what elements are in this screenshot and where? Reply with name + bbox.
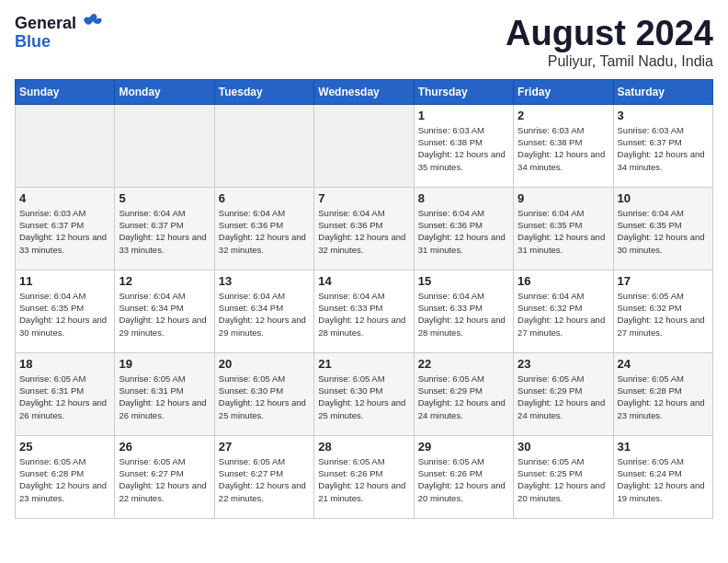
weekday-header-tuesday: Tuesday [214, 79, 313, 104]
day-number: 8 [418, 191, 509, 205]
calendar-cell: 21 Sunrise: 6:05 AMSunset: 6:30 PMDaylig… [314, 352, 414, 435]
day-info: Sunrise: 6:04 AMSunset: 6:36 PMDaylight:… [418, 207, 509, 256]
day-info: Sunrise: 6:04 AMSunset: 6:36 PMDaylight:… [219, 207, 310, 256]
day-number: 14 [318, 274, 409, 288]
calendar-cell: 10 Sunrise: 6:04 AMSunset: 6:35 PMDaylig… [613, 187, 712, 270]
calendar-cell: 26 Sunrise: 6:05 AMSunset: 6:27 PMDaylig… [115, 435, 214, 518]
weekday-header-sunday: Sunday [16, 79, 115, 104]
calendar-cell: 31 Sunrise: 6:05 AMSunset: 6:24 PMDaylig… [613, 435, 712, 518]
day-info: Sunrise: 6:03 AMSunset: 6:37 PMDaylight:… [19, 207, 110, 256]
page-header: General Blue August 2024 Puliyur, Tamil … [15, 15, 713, 70]
calendar-cell: 25 Sunrise: 6:05 AMSunset: 6:28 PMDaylig… [16, 435, 115, 518]
calendar-cell: 27 Sunrise: 6:05 AMSunset: 6:27 PMDaylig… [214, 435, 313, 518]
day-number: 30 [518, 440, 609, 454]
calendar-cell: 30 Sunrise: 6:05 AMSunset: 6:25 PMDaylig… [514, 435, 613, 518]
day-info: Sunrise: 6:05 AMSunset: 6:31 PMDaylight:… [19, 373, 110, 421]
logo-general-text: General [15, 15, 76, 33]
day-info: Sunrise: 6:04 AMSunset: 6:33 PMDaylight:… [418, 290, 509, 339]
day-number: 26 [119, 440, 210, 454]
day-info: Sunrise: 6:03 AMSunset: 6:37 PMDaylight:… [618, 124, 709, 173]
month-title: August 2024 [506, 15, 713, 53]
calendar-cell: 7 Sunrise: 6:04 AMSunset: 6:36 PMDayligh… [314, 187, 414, 270]
day-number: 4 [19, 191, 110, 205]
calendar-cell: 3 Sunrise: 6:03 AMSunset: 6:37 PMDayligh… [613, 104, 712, 187]
day-info: Sunrise: 6:04 AMSunset: 6:35 PMDaylight:… [19, 290, 110, 339]
day-number: 5 [119, 191, 210, 205]
day-info: Sunrise: 6:05 AMSunset: 6:31 PMDaylight:… [119, 373, 210, 421]
day-info: Sunrise: 6:05 AMSunset: 6:29 PMDaylight:… [518, 373, 609, 421]
week-row-5: 25 Sunrise: 6:05 AMSunset: 6:28 PMDaylig… [16, 435, 713, 518]
day-number: 7 [318, 191, 409, 205]
day-info: Sunrise: 6:04 AMSunset: 6:34 PMDaylight:… [119, 290, 210, 339]
day-info: Sunrise: 6:03 AMSunset: 6:38 PMDaylight:… [518, 124, 609, 173]
logo-bird-icon [78, 12, 104, 32]
location-text: Puliyur, Tamil Nadu, India [506, 53, 713, 70]
day-number: 2 [518, 109, 609, 122]
day-number: 27 [219, 440, 310, 454]
day-number: 24 [618, 357, 709, 371]
weekday-header-wednesday: Wednesday [314, 79, 414, 104]
day-number: 15 [418, 274, 509, 288]
calendar-cell: 16 Sunrise: 6:04 AMSunset: 6:32 PMDaylig… [514, 270, 613, 352]
day-info: Sunrise: 6:04 AMSunset: 6:35 PMDaylight:… [518, 207, 609, 256]
day-info: Sunrise: 6:05 AMSunset: 6:27 PMDaylight:… [219, 455, 310, 504]
weekday-header-row: SundayMondayTuesdayWednesdayThursdayFrid… [16, 79, 713, 104]
day-info: Sunrise: 6:05 AMSunset: 6:30 PMDaylight:… [219, 373, 310, 421]
weekday-header-thursday: Thursday [414, 79, 513, 104]
day-info: Sunrise: 6:05 AMSunset: 6:29 PMDaylight:… [418, 373, 509, 421]
calendar-cell: 18 Sunrise: 6:05 AMSunset: 6:31 PMDaylig… [16, 352, 115, 435]
calendar-cell: 13 Sunrise: 6:04 AMSunset: 6:34 PMDaylig… [214, 270, 313, 352]
weekday-header-friday: Friday [514, 79, 613, 104]
calendar-cell: 5 Sunrise: 6:04 AMSunset: 6:37 PMDayligh… [115, 187, 214, 270]
day-info: Sunrise: 6:05 AMSunset: 6:26 PMDaylight:… [418, 455, 509, 504]
logo-blue-text: Blue [15, 33, 104, 52]
calendar-cell: 8 Sunrise: 6:04 AMSunset: 6:36 PMDayligh… [414, 187, 513, 270]
day-info: Sunrise: 6:05 AMSunset: 6:25 PMDaylight:… [518, 455, 609, 504]
day-number: 10 [618, 191, 709, 205]
day-info: Sunrise: 6:05 AMSunset: 6:24 PMDaylight:… [618, 455, 709, 504]
day-number: 3 [618, 109, 709, 122]
calendar-table: SundayMondayTuesdayWednesdayThursdayFrid… [15, 79, 713, 519]
weekday-header-saturday: Saturday [613, 79, 712, 104]
day-number: 20 [219, 357, 310, 371]
calendar-cell: 22 Sunrise: 6:05 AMSunset: 6:29 PMDaylig… [414, 352, 513, 435]
day-number: 18 [19, 357, 110, 371]
day-number: 11 [19, 274, 110, 288]
calendar-cell [16, 104, 115, 187]
week-row-3: 11 Sunrise: 6:04 AMSunset: 6:35 PMDaylig… [16, 270, 713, 352]
day-info: Sunrise: 6:05 AMSunset: 6:32 PMDaylight:… [618, 290, 709, 339]
calendar-cell [214, 104, 313, 187]
calendar-cell: 4 Sunrise: 6:03 AMSunset: 6:37 PMDayligh… [16, 187, 115, 270]
calendar-cell: 9 Sunrise: 6:04 AMSunset: 6:35 PMDayligh… [514, 187, 613, 270]
day-number: 19 [119, 357, 210, 371]
calendar-cell: 20 Sunrise: 6:05 AMSunset: 6:30 PMDaylig… [214, 352, 313, 435]
calendar-cell [115, 104, 214, 187]
day-number: 28 [318, 440, 409, 454]
calendar-cell: 15 Sunrise: 6:04 AMSunset: 6:33 PMDaylig… [414, 270, 513, 352]
day-info: Sunrise: 6:03 AMSunset: 6:38 PMDaylight:… [418, 124, 509, 173]
day-number: 12 [119, 274, 210, 288]
day-info: Sunrise: 6:05 AMSunset: 6:28 PMDaylight:… [19, 455, 110, 504]
day-number: 29 [418, 440, 509, 454]
day-number: 6 [219, 191, 310, 205]
day-number: 21 [318, 357, 409, 371]
day-number: 17 [618, 274, 709, 288]
calendar-cell: 28 Sunrise: 6:05 AMSunset: 6:26 PMDaylig… [314, 435, 414, 518]
day-number: 13 [219, 274, 310, 288]
logo: General Blue [15, 15, 104, 52]
day-info: Sunrise: 6:05 AMSunset: 6:27 PMDaylight:… [119, 455, 210, 504]
day-info: Sunrise: 6:04 AMSunset: 6:37 PMDaylight:… [119, 207, 210, 256]
day-info: Sunrise: 6:04 AMSunset: 6:35 PMDaylight:… [618, 207, 709, 256]
day-number: 23 [518, 357, 609, 371]
calendar-cell: 2 Sunrise: 6:03 AMSunset: 6:38 PMDayligh… [514, 104, 613, 187]
calendar-cell: 11 Sunrise: 6:04 AMSunset: 6:35 PMDaylig… [16, 270, 115, 352]
day-info: Sunrise: 6:04 AMSunset: 6:32 PMDaylight:… [518, 290, 609, 339]
day-number: 31 [618, 440, 709, 454]
day-info: Sunrise: 6:04 AMSunset: 6:33 PMDaylight:… [318, 290, 409, 339]
day-number: 25 [19, 440, 110, 454]
weekday-header-monday: Monday [115, 79, 214, 104]
day-number: 16 [518, 274, 609, 288]
calendar-cell: 17 Sunrise: 6:05 AMSunset: 6:32 PMDaylig… [613, 270, 712, 352]
day-number: 22 [418, 357, 509, 371]
week-row-1: 1 Sunrise: 6:03 AMSunset: 6:38 PMDayligh… [16, 104, 713, 187]
